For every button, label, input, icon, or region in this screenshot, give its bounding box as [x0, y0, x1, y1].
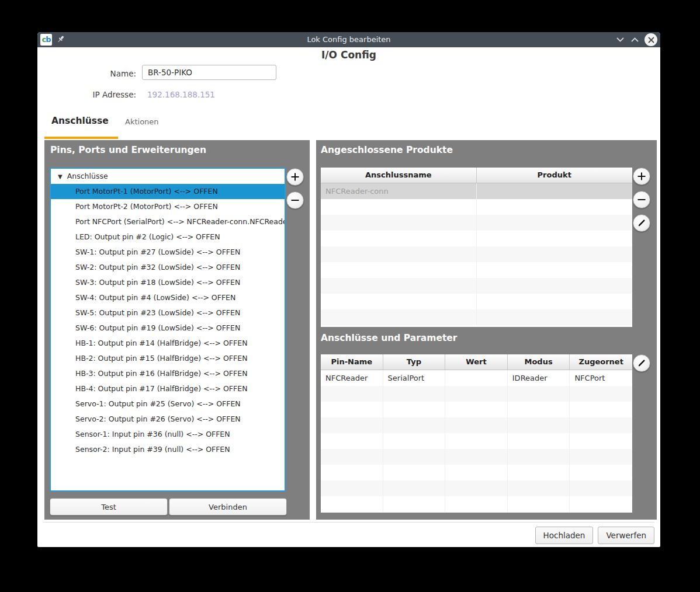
table-cell — [570, 465, 632, 480]
table-header-cell[interactable]: Typ — [383, 354, 446, 370]
table-cell — [383, 449, 446, 465]
tree-root-item[interactable]: ▼Anschlüsse — [51, 169, 285, 184]
table-row[interactable] — [321, 199, 632, 215]
tree-item[interactable]: HB-2: Output pin #15 (HalfBridge) <--> O… — [51, 351, 285, 366]
table-cell — [477, 262, 633, 278]
table-row[interactable] — [321, 309, 632, 325]
table-cell — [321, 215, 477, 231]
connections-tree[interactable]: ▼AnschlüssePort MotorPt-1 (MotorPort) <-… — [50, 168, 286, 492]
table-cell — [383, 417, 446, 433]
table-cell — [508, 417, 570, 433]
parameter-edit-button[interactable] — [633, 354, 650, 372]
ip-address-value: 192.168.188.151 — [147, 90, 215, 99]
upload-button[interactable]: Hochladen — [535, 527, 594, 544]
table-row[interactable] — [321, 496, 632, 512]
table-cell — [445, 370, 508, 386]
table-cell — [477, 278, 633, 294]
tree-remove-button[interactable] — [286, 191, 304, 209]
table-row[interactable] — [321, 402, 632, 417]
product-edit-button[interactable] — [633, 214, 650, 232]
tree-item[interactable]: SW-3: Output pin #18 (LowSide) <--> OFFE… — [51, 275, 285, 290]
table-row[interactable] — [321, 246, 632, 262]
table-cell — [570, 386, 632, 402]
tree-item[interactable]: Port NFCPort (SerialPort) <--> NFCReader… — [51, 214, 285, 229]
connect-button[interactable]: Verbinden — [169, 498, 287, 516]
tab-aktionen[interactable]: Aktionen — [125, 117, 159, 126]
table-cell — [508, 496, 570, 512]
table-cell — [477, 199, 633, 215]
table-row[interactable] — [321, 215, 632, 231]
table-header-cell[interactable]: Modus — [508, 354, 570, 370]
tree-item[interactable]: Sensor-1: Input pin #36 (null) <--> OFFE… — [51, 427, 285, 442]
table-cell — [570, 480, 632, 496]
parameters-table[interactable]: Pin-NameTypWertModusZugeornetNFCReaderSe… — [321, 354, 632, 513]
table-header-cell[interactable]: Anschlussname — [321, 168, 477, 183]
tree-item[interactable]: Sensor-2: Input pin #39 (null) <--> OFFE… — [51, 442, 285, 457]
minimize-icon[interactable] — [615, 35, 625, 44]
table-header-row: Pin-NameTypWertModusZugeornet — [321, 354, 632, 370]
products-table[interactable]: AnschlussnameProduktNFCReader-conn — [321, 168, 632, 327]
table-header-cell[interactable]: Produkt — [477, 168, 633, 183]
table-cell — [445, 386, 508, 402]
maximize-icon[interactable] — [630, 35, 639, 44]
table-cell: SerialPort — [383, 370, 446, 386]
table-row[interactable] — [321, 278, 632, 294]
table-cell — [508, 386, 570, 402]
tree-item[interactable]: LED: Output pin #2 (Logic) <--> OFFEN — [51, 229, 285, 245]
table-header-cell[interactable]: Zugeornet — [570, 354, 632, 370]
name-input[interactable] — [142, 65, 276, 80]
table-row[interactable] — [321, 417, 632, 433]
titlebar[interactable]: Lok Config bearbeiten cb — [37, 32, 660, 47]
table-row[interactable] — [321, 480, 632, 496]
tree-item[interactable]: HB-1: Output pin #14 (HalfBridge) <--> O… — [51, 336, 285, 351]
app-logo-icon[interactable]: cb — [40, 34, 52, 46]
pins-ports-panel-title: Pins, Ports und Erweiterungen — [50, 145, 206, 155]
table-row[interactable]: NFCReader-conn — [321, 183, 632, 199]
tab-anschluesse[interactable]: Anschlüsse — [51, 116, 109, 126]
table-row[interactable] — [321, 294, 632, 309]
table-header-cell[interactable]: Wert — [445, 354, 508, 370]
tree-item[interactable]: SW-5: Output pin #23 (LowSide) <--> OFFE… — [51, 305, 285, 321]
table-cell — [570, 402, 632, 417]
table-cell — [570, 417, 632, 433]
pin-icon[interactable] — [56, 34, 65, 44]
table-row[interactable] — [321, 386, 632, 402]
product-remove-button[interactable] — [633, 191, 650, 208]
tree-item[interactable]: SW-2: Output pin #32 (LowSide) <--> OFFE… — [51, 260, 285, 275]
table-cell: NFCReader-conn — [321, 183, 477, 199]
tree-item[interactable]: SW-1: Output pin #27 (LowSide) <--> OFFE… — [51, 245, 285, 260]
tree-item[interactable]: Port MotorPt-2 (MotorPort) <--> OFFEN — [51, 199, 285, 214]
table-cell — [477, 215, 633, 231]
table-row[interactable] — [321, 262, 632, 278]
table-cell — [477, 309, 633, 325]
table-cell — [321, 433, 383, 449]
table-row[interactable]: NFCReaderSerialPortIDReaderNFCPort — [321, 370, 632, 386]
table-row[interactable] — [321, 465, 632, 480]
table-header-cell[interactable]: Pin-Name — [321, 354, 383, 370]
table-cell — [445, 449, 508, 465]
tree-item[interactable]: Servo-1: Output pin #25 (Servo) <--> OFF… — [51, 396, 285, 412]
tree-item[interactable]: SW-4: Output pin #4 (LowSide) <--> OFFEN — [51, 290, 285, 305]
tree-item[interactable]: HB-4: Output pin #17 (HalfBridge) <--> O… — [51, 381, 285, 396]
parameters-table-title: Anschlüsse und Parameter — [321, 333, 457, 343]
table-cell — [445, 402, 508, 417]
product-add-button[interactable] — [633, 168, 650, 185]
table-cell — [477, 294, 633, 309]
table-row[interactable] — [321, 433, 632, 449]
tree-item[interactable]: Port MotorPt-1 (MotorPort) <--> OFFEN — [51, 184, 285, 199]
products-table-title: Angeschlossene Produkte — [321, 145, 453, 155]
test-button[interactable]: Test — [50, 498, 168, 516]
tree-item[interactable]: HB-3: Output pin #16 (HalfBridge) <--> O… — [51, 366, 285, 381]
table-row[interactable] — [321, 231, 632, 246]
tree-item[interactable]: Servo-2: Output pin #26 (Servo) <--> OFF… — [51, 412, 285, 427]
table-cell — [445, 433, 508, 449]
table-cell — [570, 433, 632, 449]
tree-item[interactable]: SW-6: Output pin #19 (LowSide) <--> OFFE… — [51, 321, 285, 336]
close-icon[interactable] — [644, 33, 657, 46]
tree-expand-icon[interactable]: ▼ — [58, 169, 63, 184]
table-cell — [445, 465, 508, 480]
tree-add-button[interactable] — [286, 168, 304, 186]
table-cell — [321, 480, 383, 496]
table-row[interactable] — [321, 449, 632, 465]
discard-button[interactable]: Verwerfen — [598, 527, 654, 544]
